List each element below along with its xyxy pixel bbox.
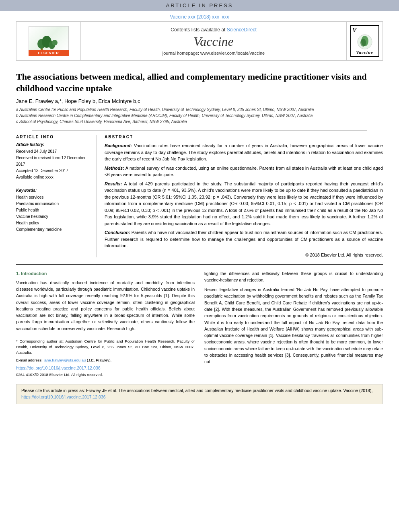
citation-text: Please cite this article in press as: Fr… bbox=[21, 388, 372, 393]
history-item-3: Available online xxxx bbox=[16, 174, 90, 181]
article-in-press-banner: ARTICLE IN PRESS bbox=[0, 0, 399, 11]
history-item-1: Received in revised form 12 December 201… bbox=[16, 155, 90, 168]
citation-doi-link[interactable]: https://doi.org/10.1016/j.vaccine.2017.1… bbox=[21, 394, 106, 399]
abstract-background: Background: Vaccination rates have remai… bbox=[105, 142, 383, 162]
vaccine-logo-box: V Vaccine bbox=[350, 25, 379, 57]
vaccine-logo-text: Vaccine bbox=[356, 50, 373, 55]
body-col-2: lighting the differences and reflexivity… bbox=[204, 270, 383, 380]
affiliations: a Australian Centre for Public and Popul… bbox=[16, 107, 383, 125]
abstract-conclusion: Conclusion: Parents who have not vaccina… bbox=[105, 229, 383, 249]
article-history-label: Article history: bbox=[16, 142, 90, 147]
conclusion-label: Conclusion: bbox=[105, 230, 130, 235]
citation-bar: Please cite this article in press as: Fr… bbox=[16, 384, 383, 404]
elsevier-image bbox=[29, 26, 69, 50]
email-label: E-mail address: bbox=[16, 358, 43, 362]
email-link[interactable]: jane.frawley@uts.edu.au bbox=[44, 358, 86, 362]
affiliation-a: a Australian Centre for Public and Popul… bbox=[16, 107, 383, 113]
abstract-results: Results: A total of 429 parents particip… bbox=[105, 181, 383, 227]
footnote-corresponding: * Corresponding author at: Australian Ce… bbox=[16, 339, 195, 356]
abstract-heading: ABSTRACT bbox=[105, 135, 383, 139]
article-info-heading: ARTICLE INFO bbox=[16, 135, 90, 139]
journal-citation: Vaccine xxx (2018) xxx–xxx bbox=[0, 11, 399, 21]
body-col1-para1: Vaccination has drastically reduced inci… bbox=[16, 279, 195, 332]
article-title: The associations between medical, allied… bbox=[16, 71, 383, 94]
svg-point-4 bbox=[52, 40, 58, 45]
journal-homepage-line: journal homepage: www.elsevier.com/locat… bbox=[162, 51, 265, 55]
vaccine-logo-icon bbox=[357, 34, 373, 50]
doi-line: https://doi.org/10.1016/j.vaccine.2017.1… bbox=[16, 365, 195, 371]
authors-text: Jane E. Frawley a,*, Hope Foley b, Erica… bbox=[16, 98, 140, 104]
affiliation-c: c School of Psychology, Charles Sturt Un… bbox=[16, 119, 383, 125]
banner-text: ARTICLE IN PRESS bbox=[166, 2, 233, 8]
results-text: A total of 429 parents participated in t… bbox=[105, 181, 383, 226]
article-info-abstract: ARTICLE INFO Article history: Received 2… bbox=[16, 135, 383, 257]
authors-line: Jane E. Frawley a,*, Hope Foley b, Erica… bbox=[16, 98, 383, 104]
divider-affiliations bbox=[32, 130, 367, 131]
doi-link[interactable]: https://doi.org/10.1016/j.vaccine.2017.1… bbox=[16, 365, 195, 371]
header-left: ELSEVIER bbox=[16, 22, 81, 60]
section1-heading: 1. Introduction bbox=[16, 270, 195, 277]
keywords-divider bbox=[16, 184, 90, 184]
svg-point-7 bbox=[360, 39, 366, 47]
journal-title-header: Vaccine bbox=[193, 34, 234, 49]
header-center: Contents lists available at ScienceDirec… bbox=[81, 22, 346, 60]
sciencedirect-link[interactable]: ScienceDirect bbox=[227, 27, 257, 33]
journal-header: ELSEVIER Contents lists available at Sci… bbox=[16, 21, 383, 61]
background-text: Vaccination rates have remained steady f… bbox=[105, 143, 383, 161]
keywords-label: Keywords: bbox=[16, 188, 90, 193]
methods-label: Methods: bbox=[105, 166, 124, 170]
footnote-email: E-mail address: jane.frawley@uts.edu.au … bbox=[16, 357, 195, 363]
elsevier-logo: ELSEVIER bbox=[29, 26, 69, 56]
sciencedirect-line: Contents lists available at ScienceDirec… bbox=[171, 27, 256, 33]
keyword-5: Complementary medicine bbox=[16, 226, 90, 233]
footnote-divider bbox=[16, 336, 123, 336]
methods-text: A national survey of was conducted, usin… bbox=[105, 166, 383, 177]
conclusion-text: Parents who have not vaccinated their ch… bbox=[105, 230, 383, 248]
vaccine-logo-v: V bbox=[353, 27, 356, 34]
keyword-3: Vaccine hesitancy bbox=[16, 214, 90, 220]
elsevier-tree-icon bbox=[37, 34, 61, 50]
history-item-2: Accepted 13 December 2017 bbox=[16, 168, 90, 174]
abstract-col: ABSTRACT Background: Vaccination rates h… bbox=[105, 135, 383, 257]
keyword-0: Health services bbox=[16, 194, 90, 201]
abstract-methods: Methods: A national survey of was conduc… bbox=[105, 165, 383, 178]
body-col2-para2: Recent legislative changes in Australia … bbox=[204, 286, 383, 365]
copyright-line: © 2018 Elsevier Ltd. All rights reserved… bbox=[105, 253, 383, 257]
article-info-col: ARTICLE INFO Article history: Received 2… bbox=[16, 135, 97, 257]
affiliation-b: b Australian Research Centre in Compleme… bbox=[16, 113, 383, 119]
contents-label: Contents lists available at bbox=[171, 27, 225, 33]
body-col-1: 1. Introduction Vaccination has drastica… bbox=[16, 270, 195, 380]
body-two-col: 1. Introduction Vaccination has drastica… bbox=[16, 270, 383, 380]
issn-line: 0264-410X/© 2018 Elsevier Ltd. All right… bbox=[16, 372, 195, 378]
elsevier-label: ELSEVIER bbox=[29, 50, 69, 56]
background-label: Background: bbox=[105, 143, 132, 148]
keyword-4: Health policy bbox=[16, 220, 90, 226]
keyword-1: Paediatric immunisation bbox=[16, 201, 90, 207]
journal-citation-text: Vaccine xxx (2018) xxx–xxx bbox=[170, 14, 229, 20]
email-suffix: (J.E. Frawley). bbox=[87, 358, 111, 362]
body-text-area: 1. Introduction Vaccination has drastica… bbox=[16, 264, 383, 380]
body-col2-para2-text: Recent legislative changes in Australia … bbox=[204, 287, 383, 364]
results-label: Results: bbox=[105, 181, 122, 186]
history-item-0: Received 24 July 2017 bbox=[16, 148, 90, 155]
body-col1-para1-text: Vaccination has drastically reduced inci… bbox=[16, 280, 195, 331]
main-content: The associations between medical, allied… bbox=[0, 64, 399, 532]
keyword-2: Public health bbox=[16, 207, 90, 214]
page: ARTICLE IN PRESS Vaccine xxx (2018) xxx–… bbox=[0, 0, 399, 532]
body-col2-para1: lighting the differences and reflexivity… bbox=[204, 270, 383, 283]
header-right: V Vaccine bbox=[346, 22, 383, 60]
